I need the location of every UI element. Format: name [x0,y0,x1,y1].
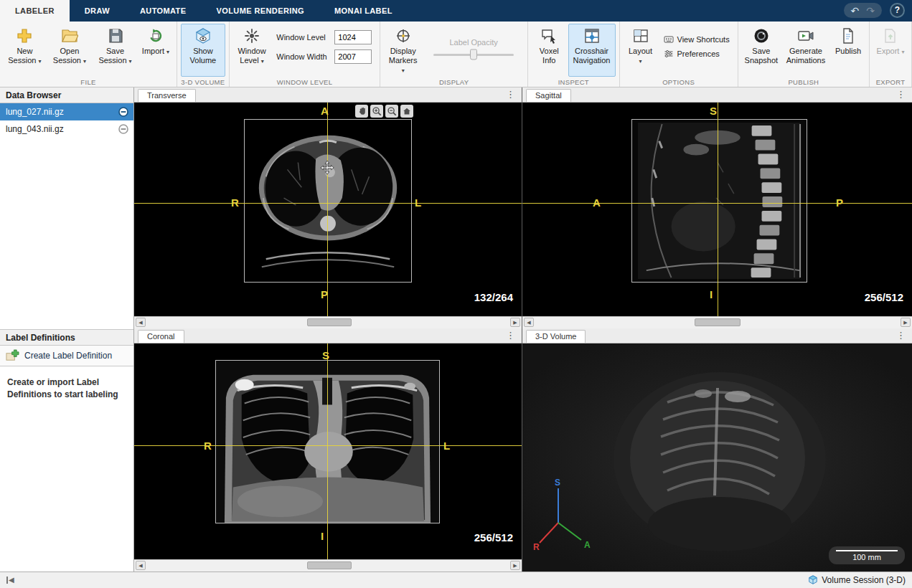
volume-3d-canvas[interactable]: S R A 100 mm [522,343,912,572]
preferences-button[interactable]: Preferences [664,49,730,59]
generate-animations-button[interactable]: Generate Animations [782,24,829,77]
remove-volume-icon[interactable] [118,107,128,117]
import-icon [147,27,164,44]
create-label-definition-button[interactable]: Create Label Definition [0,346,133,366]
axes-toolbar [355,105,413,118]
tab-draw[interactable]: DRAW [70,0,125,22]
crosshair-horizontal[interactable] [134,445,522,446]
ribbon-section-label: 3-D VOLUME [177,78,229,86]
ribbon-section-label: DISPLAY [380,78,527,86]
data-browser-item[interactable]: lung_027.nii.gz [0,103,133,120]
ribbon-section-label: OPTIONS [620,78,738,86]
sagittal-tab[interactable]: Sagittal [526,89,571,102]
zoom-in-icon[interactable] [370,105,383,118]
show-volume-icon [194,27,212,44]
crosshair-vertical[interactable] [327,103,328,316]
keyboard-icon [664,34,674,44]
slice-counter: 132/264 [474,291,513,303]
display-markers-icon [395,27,412,44]
ribbon-section-3d-volume: Show Volume 3-D VOLUME [177,22,230,87]
new-session-button[interactable]: New Session ▾ [4,24,46,77]
viewport-menu-icon[interactable]: ⋮ [506,90,515,99]
slice-counter: 256/512 [474,531,513,544]
chevron-down-icon: ▾ [261,58,264,65]
chevron-down-icon: ▾ [83,58,86,65]
export-button: Export ▾ [873,24,908,77]
viewport-menu-icon[interactable]: ⋮ [896,90,906,99]
preferences-icon [664,49,674,59]
chevron-down-icon: ▾ [901,49,904,55]
open-session-button[interactable]: Open Session ▾ [47,24,92,77]
scrollbar-thumb[interactable] [307,561,352,569]
chevron-down-icon: ▾ [402,67,405,74]
scroll-left-icon[interactable]: ◀ [136,561,146,570]
scroll-left-icon[interactable]: ◀ [524,318,534,327]
scrollbar-thumb[interactable] [695,318,741,326]
crosshair-vertical[interactable] [327,343,328,559]
sagittal-canvas[interactable]: S I A P 256/512 [522,103,912,316]
undo-icon[interactable]: ↶ [851,6,860,16]
zoom-out-icon[interactable] [385,105,398,118]
sagittal-scrollbar[interactable]: ◀ ▶ [522,316,912,328]
scroll-right-icon[interactable]: ▶ [901,318,911,327]
transverse-canvas[interactable]: A P R L 132/264 [134,103,522,316]
display-markers-button[interactable]: Display Markers ▾ [384,24,422,77]
viewport-menu-icon[interactable]: ⋮ [896,331,906,340]
tab-monai-label[interactable]: MONAI LABEL [319,0,408,22]
ribbon-section-publish: Save Snapshot Generate Animations Publis… [738,22,870,87]
tab-labeler[interactable]: LABELER [0,0,70,22]
medical-image-labeler-app: LABELER DRAW AUTOMATE VOLUME RENDERING M… [0,0,912,588]
scroll-left-icon[interactable]: ◀ [136,318,146,327]
scroll-right-icon[interactable]: ▶ [510,561,520,570]
ribbon-section-file: New Session ▾ Open Session ▾ Save Sessio… [0,22,177,87]
window-level-input[interactable] [334,30,372,44]
scrollbar-thumb[interactable] [307,318,352,326]
tab-automate[interactable]: AUTOMATE [125,0,202,22]
save-session-button[interactable]: Save Session ▾ [93,24,137,77]
remove-volume-icon[interactable] [118,124,128,134]
crosshair-navigation-toggle[interactable]: Crosshair Navigation [568,24,616,77]
coronal-tab[interactable]: Coronal [138,330,184,343]
orientation-label-superior: S [322,349,329,361]
tab-volume-rendering[interactable]: VOLUME RENDERING [201,0,319,22]
publish-icon [840,27,857,44]
crosshair-horizontal[interactable] [134,203,522,204]
collapse-panel-icon[interactable]: ◀ [6,577,14,584]
publish-button[interactable]: Publish [831,24,865,77]
label-opacity-slider [433,54,514,56]
volume-3d-tab[interactable]: 3-D Volume [526,330,586,343]
orientation-label-anterior: A [321,105,329,117]
layout-button[interactable]: Layout ▾ [624,24,658,77]
data-browser-item[interactable]: lung_043.nii.gz [0,120,133,138]
label-definitions-title: Label Definitions [0,330,133,346]
axis-label-anterior: A [584,540,591,550]
orientation-label-right: R [204,440,212,452]
window-level-button[interactable]: Window Level ▾ [233,24,271,77]
window-width-input[interactable] [334,49,372,64]
coronal-viewport: Coronal ⋮ [134,328,522,572]
save-snapshot-button[interactable]: Save Snapshot [742,24,781,77]
voxel-info-button[interactable]: Voxel Info [532,24,566,77]
import-button[interactable]: Import ▾ [138,24,173,77]
transverse-tab[interactable]: Transverse [138,89,196,102]
orientation-label-right: R [231,196,239,209]
show-volume-toggle[interactable]: Show Volume [181,24,225,77]
label-definitions-panel: Label Definitions Create Label Definitio… [0,330,133,572]
crosshair-navigation-icon [583,27,601,44]
coronal-scrollbar[interactable]: ◀ ▶ [134,559,522,572]
chevron-down-icon: ▾ [166,49,169,55]
view-shortcuts-button[interactable]: View Shortcuts [664,34,730,44]
redo-icon[interactable]: ↷ [866,6,875,16]
orientation-axes-widget: S R A [532,477,601,551]
home-icon[interactable] [400,105,413,118]
crosshair-vertical[interactable] [718,103,718,316]
crosshair-horizontal[interactable] [522,203,912,204]
transverse-scrollbar[interactable]: ◀ ▶ [134,316,522,328]
coronal-canvas[interactable]: S I R L 256/512 [134,343,522,559]
sagittal-viewport: Sagittal ⋮ [522,87,912,328]
ribbon-section-label: WINDOW LEVEL [230,78,380,86]
scroll-right-icon[interactable]: ▶ [510,318,520,327]
viewport-menu-icon[interactable]: ⋮ [506,331,515,340]
pan-icon[interactable] [355,105,368,118]
help-icon[interactable]: ? [890,3,905,18]
